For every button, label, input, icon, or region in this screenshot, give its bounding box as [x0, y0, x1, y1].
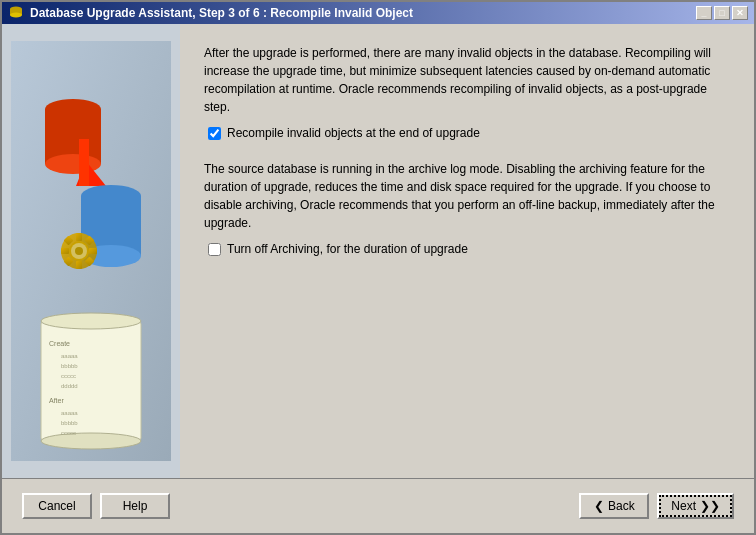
bottom-bar: Cancel Help ❮ Back Next ❯❯ — [2, 478, 754, 533]
archiving-checkbox-label[interactable]: Turn off Archiving, for the duration of … — [227, 242, 468, 256]
title-controls: _ □ ✕ — [696, 6, 748, 20]
title-bar: Database Upgrade Assistant, Step 3 of 6 … — [2, 2, 754, 24]
svg-rect-8 — [79, 139, 89, 186]
title-bar-left: Database Upgrade Assistant, Step 3 of 6 … — [8, 5, 413, 21]
svg-point-23 — [75, 247, 83, 255]
svg-text:bbbbb: bbbbb — [61, 420, 78, 426]
svg-text:ddddd: ddddd — [61, 383, 78, 389]
cancel-button[interactable]: Cancel — [22, 493, 92, 519]
svg-text:ccccc: ccccc — [61, 373, 76, 379]
db-title-icon — [8, 5, 24, 21]
main-content: Create aaaaa bbbbb ccccc ddddd After aaa… — [2, 24, 754, 478]
recompile-checkbox[interactable] — [208, 127, 221, 140]
svg-rect-16 — [61, 248, 69, 254]
help-button[interactable]: Help — [100, 493, 170, 519]
illustration-svg: Create aaaaa bbbbb ccccc ddddd After aaa… — [11, 41, 171, 461]
svg-text:aaaaa: aaaaa — [61, 410, 78, 416]
svg-point-26 — [41, 433, 141, 449]
window-title: Database Upgrade Assistant, Step 3 of 6 … — [30, 6, 413, 20]
svg-point-25 — [41, 313, 141, 329]
close-button[interactable]: ✕ — [732, 6, 748, 20]
svg-text:Create: Create — [49, 340, 70, 347]
bottom-left-buttons: Cancel Help — [22, 493, 170, 519]
main-window: Database Upgrade Assistant, Step 3 of 6 … — [0, 0, 756, 535]
minimize-button[interactable]: _ — [696, 6, 712, 20]
svg-text:aaaaa: aaaaa — [61, 353, 78, 359]
next-arrow-icon: ❯❯ — [700, 499, 720, 513]
back-label: Back — [608, 499, 635, 513]
svg-text:After: After — [49, 397, 64, 404]
illustration-panel: Create aaaaa bbbbb ccccc ddddd After aaa… — [2, 24, 180, 478]
maximize-button[interactable]: □ — [714, 6, 730, 20]
checkbox2-row: Turn off Archiving, for the duration of … — [208, 242, 730, 256]
svg-point-2 — [10, 13, 22, 18]
recompile-checkbox-label[interactable]: Recompile invalid objects at the end of … — [227, 126, 480, 140]
svg-rect-14 — [76, 233, 82, 241]
svg-text:bbbbb: bbbbb — [61, 363, 78, 369]
archiving-checkbox[interactable] — [208, 243, 221, 256]
section1-text: After the upgrade is performed, there ar… — [204, 44, 730, 116]
svg-rect-17 — [89, 248, 97, 254]
section2-text: The source database is running in the ar… — [204, 160, 730, 232]
next-button[interactable]: Next ❯❯ — [657, 493, 734, 519]
back-arrow-icon: ❮ — [594, 499, 604, 513]
bottom-right-buttons: ❮ Back Next ❯❯ — [579, 493, 734, 519]
svg-text:ccccc: ccccc — [61, 430, 76, 436]
checkbox1-row: Recompile invalid objects at the end of … — [208, 126, 730, 140]
svg-rect-24 — [41, 321, 141, 441]
svg-rect-15 — [76, 261, 82, 269]
right-panel: After the upgrade is performed, there ar… — [180, 24, 754, 478]
next-label: Next — [671, 499, 696, 513]
back-button[interactable]: ❮ Back — [579, 493, 649, 519]
